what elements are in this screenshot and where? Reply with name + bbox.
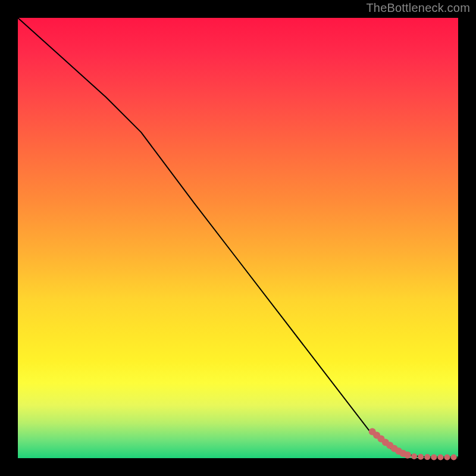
- watermark-text: TheBottleneck.com: [366, 1, 470, 15]
- chart-svg: [18, 18, 458, 458]
- data-point: [418, 454, 424, 460]
- chart-frame: TheBottleneck.com: [0, 0, 476, 476]
- data-points-group: [369, 428, 457, 461]
- data-point: [431, 454, 437, 460]
- data-point: [411, 453, 417, 459]
- plot-area: [18, 18, 458, 458]
- data-point: [404, 452, 411, 459]
- data-point: [444, 455, 450, 461]
- curve-line: [18, 18, 458, 458]
- data-point: [451, 455, 457, 461]
- data-point: [437, 455, 443, 461]
- data-point: [424, 454, 430, 460]
